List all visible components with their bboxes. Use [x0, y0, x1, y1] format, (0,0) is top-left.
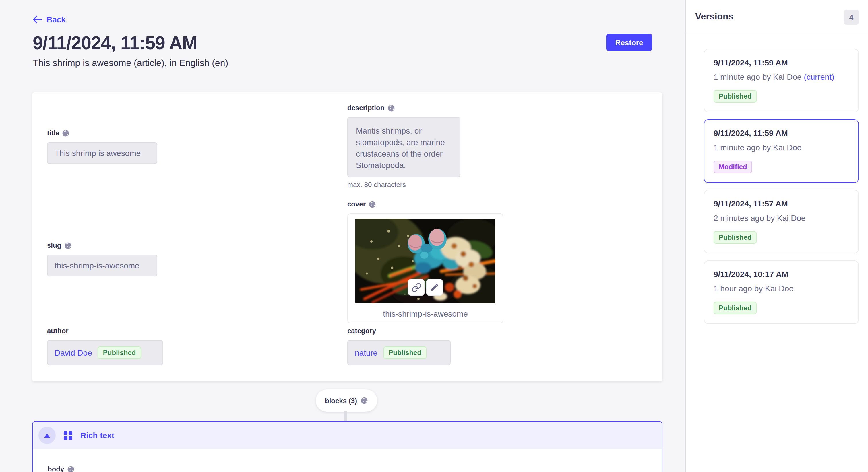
version-status-badge: Published: [714, 231, 757, 244]
cover-copy-link-button[interactable]: [408, 279, 425, 296]
title-input[interactable]: This shrimp is awesome: [47, 142, 157, 164]
versions-header: Versions 4: [686, 0, 868, 33]
version-card[interactable]: 9/11/2024, 10:17 AM 1 hour ago by Kai Do…: [704, 260, 859, 324]
slug-input[interactable]: this-shrimp-is-awesome: [47, 255, 157, 276]
back-link[interactable]: Back: [33, 15, 66, 24]
link-icon: [411, 282, 421, 292]
cover-caption: this-shrimp-is-awesome: [383, 309, 468, 318]
globe-icon: [369, 200, 376, 208]
category-relation-box: nature Published: [347, 340, 451, 365]
versions-list: 9/11/2024, 11:59 AM 1 minute ago by Kai …: [686, 33, 868, 324]
field-category: category nature Published: [347, 327, 451, 365]
rich-text-block: Rich text body: [32, 421, 662, 472]
version-current-label: (current): [804, 72, 834, 81]
cover-actions: [408, 279, 443, 296]
body-field-label: body: [48, 465, 64, 472]
description-textarea[interactable]: Mantis shrimps, or stomatopods, are mari…: [347, 117, 460, 177]
version-history-page: Back 9/11/2024, 11:59 AM This shrimp is …: [0, 0, 868, 472]
version-status-badge: Modified: [714, 161, 752, 173]
version-card[interactable]: 9/11/2024, 11:57 AM 2 minutes ago by Kai…: [704, 190, 859, 254]
rich-text-block-header: Rich text: [33, 422, 662, 449]
grid-icon: [64, 431, 72, 440]
version-date: 9/11/2024, 11:59 AM: [714, 57, 849, 68]
globe-icon: [67, 465, 74, 472]
restore-button[interactable]: Restore: [606, 34, 652, 51]
field-author: author David Doe Published: [47, 327, 163, 365]
versions-count-badge: 4: [844, 10, 859, 25]
version-meta: 2 minutes ago by Kai Doe: [714, 213, 849, 223]
cover-asset-card: this-shrimp-is-awesome: [347, 213, 503, 324]
globe-icon: [387, 104, 395, 111]
field-slug: slug this-shrimp-is-awesome: [47, 241, 157, 276]
version-meta: 1 minute ago by Kai Doe: [714, 142, 849, 153]
category-relation-link[interactable]: nature: [355, 348, 377, 357]
globe-icon: [361, 397, 368, 404]
version-card-selected[interactable]: 9/11/2024, 11:59 AM 1 minute ago by Kai …: [704, 119, 859, 183]
version-status-badge: Published: [714, 90, 757, 103]
page-title: 9/11/2024, 11:59 AM: [33, 33, 197, 54]
category-status-badge: Published: [383, 346, 427, 359]
block-type-title: Rich text: [81, 431, 114, 440]
page-subtitle: This shrimp is awesome (article), in Eng…: [33, 58, 228, 68]
author-status-badge: Published: [98, 346, 141, 359]
slug-field-label: slug: [47, 241, 61, 249]
description-hint: max. 80 characters: [347, 181, 460, 189]
blocks-connector-line: [344, 411, 347, 421]
globe-icon: [62, 129, 70, 137]
version-meta: 1 minute ago by Kai Doe (current): [714, 72, 849, 82]
field-title: title This shrimp is awesome: [47, 129, 157, 164]
version-meta: 1 hour ago by Kai Doe: [714, 283, 849, 294]
blocks-field-label: blocks (3): [325, 397, 357, 405]
cover-image: [355, 218, 495, 303]
entry-form-card: title This shrimp is awesome slug this-s…: [32, 92, 662, 381]
author-relation-box: David Doe Published: [47, 340, 163, 365]
author-field-label: author: [47, 327, 69, 335]
caret-up-icon: [44, 433, 50, 437]
cover-field-label: cover: [347, 200, 366, 208]
field-cover: cover: [347, 200, 503, 324]
author-relation-link[interactable]: David Doe: [55, 348, 92, 357]
version-card[interactable]: 9/11/2024, 11:59 AM 1 minute ago by Kai …: [704, 49, 859, 112]
versions-sidebar: Versions 4 9/11/2024, 11:59 AM 1 minute …: [685, 0, 868, 472]
main-content: Back 9/11/2024, 11:59 AM This shrimp is …: [0, 0, 685, 472]
description-field-label: description: [347, 104, 384, 112]
globe-icon: [64, 242, 71, 249]
pencil-icon: [430, 283, 439, 292]
arrow-left-icon: [33, 15, 42, 24]
collapse-button[interactable]: [38, 427, 56, 444]
title-field-label: title: [47, 129, 59, 137]
version-date: 9/11/2024, 11:57 AM: [714, 198, 849, 209]
cover-edit-button[interactable]: [426, 279, 443, 296]
field-description: description Mantis shrimps, or stomatopo…: [347, 104, 460, 189]
category-field-label: category: [347, 327, 376, 335]
version-date: 9/11/2024, 10:17 AM: [714, 269, 849, 279]
rich-text-block-body: body: [33, 449, 662, 472]
blocks-field-pill: blocks (3): [316, 390, 377, 412]
back-label: Back: [46, 15, 66, 24]
versions-title: Versions: [695, 11, 733, 22]
version-status-badge: Published: [714, 302, 757, 314]
version-date: 9/11/2024, 11:59 AM: [714, 128, 849, 138]
